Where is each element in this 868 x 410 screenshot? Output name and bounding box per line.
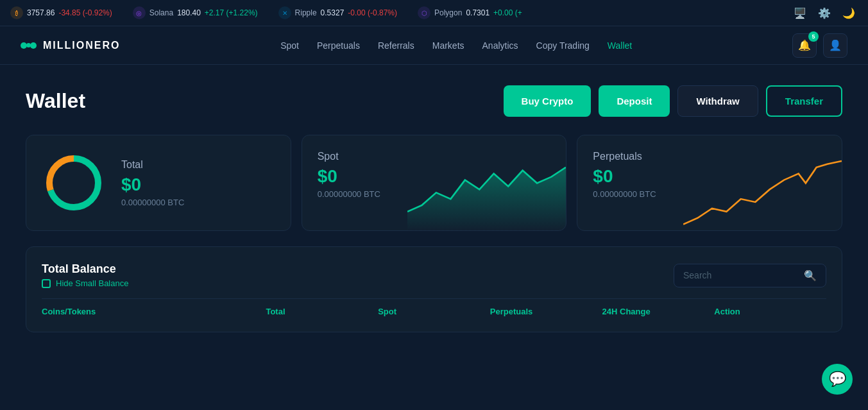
total-balance-section: Total Balance Hide Small Balance 🔍 Coins… bbox=[26, 246, 842, 332]
nav-wallet[interactable]: Wallet bbox=[608, 40, 632, 51]
polygon-icon: ⬡ bbox=[418, 6, 430, 19]
table-header: Coins/Tokens Total Spot Perpetuals 24H C… bbox=[42, 298, 826, 316]
monitor-icon[interactable]: 🖥️ bbox=[791, 4, 809, 22]
solana-icon: ◎ bbox=[133, 6, 146, 19]
nav-markets[interactable]: Markets bbox=[432, 40, 464, 51]
notification-badge: 5 bbox=[808, 31, 819, 42]
total-card: Total $0 0.00000000 BTC bbox=[26, 135, 291, 231]
polygon-name: Polygon bbox=[434, 8, 462, 17]
solana-price: 180.40 bbox=[177, 8, 201, 17]
hide-balance-label[interactable]: Hide Small Balance bbox=[56, 278, 128, 288]
th-coins: Coins/Tokens bbox=[42, 307, 266, 316]
total-label: Total bbox=[121, 159, 184, 171]
page-title: Wallet bbox=[26, 89, 85, 113]
ticker-bar: ₿ 3757.86 -34.85 (-0.92%) ◎ Solana 180.4… bbox=[0, 0, 868, 26]
main-nav: Spot Perpetuals Referrals Markets Analyt… bbox=[280, 40, 632, 51]
total-value: $0 bbox=[121, 175, 184, 195]
balance-header-left: Total Balance Hide Small Balance bbox=[42, 262, 128, 288]
donut-chart bbox=[42, 151, 106, 215]
th-perpetuals: Perpetuals bbox=[490, 307, 602, 316]
wallet-action-buttons: Buy Crypto Deposit Withdraw Transfer bbox=[504, 85, 842, 117]
th-24h-change: 24H Change bbox=[602, 307, 715, 316]
theme-icon[interactable]: 🌙 bbox=[840, 4, 858, 22]
withdraw-button[interactable]: Withdraw bbox=[677, 85, 758, 117]
balance-title: Total Balance bbox=[42, 262, 128, 276]
search-icon: 🔍 bbox=[804, 269, 817, 282]
user-profile-button[interactable]: 👤 bbox=[823, 33, 847, 58]
th-total: Total bbox=[266, 307, 378, 316]
nav-spot[interactable]: Spot bbox=[280, 40, 299, 51]
ticker-item-solana: ◎ Solana 180.40 +2.17 (+1.22%) bbox=[133, 6, 258, 19]
search-input[interactable] bbox=[683, 270, 799, 280]
perpetuals-label: Perpetuals bbox=[593, 151, 826, 162]
ripple-change: -0.00 (-0.87%) bbox=[348, 8, 397, 17]
th-spot: Spot bbox=[378, 307, 490, 316]
search-box[interactable]: 🔍 bbox=[674, 264, 826, 287]
logo[interactable]: MILLIONERO bbox=[21, 40, 120, 51]
spot-card: Spot $0 0.00000000 BTC bbox=[302, 135, 567, 231]
nav-perpetuals[interactable]: Perpetuals bbox=[317, 40, 360, 51]
balance-header: Total Balance Hide Small Balance 🔍 bbox=[42, 262, 826, 288]
spot-btc: 0.00000000 BTC bbox=[318, 189, 551, 199]
solana-name: Solana bbox=[149, 8, 173, 17]
btc-price: 3757.86 bbox=[27, 8, 55, 17]
ticker-item-polygon: ⬡ Polygon 0.7301 +0.00 (+ bbox=[418, 6, 522, 19]
ticker-item-btc: ₿ 3757.86 -34.85 (-0.92%) bbox=[10, 6, 112, 19]
logo-icon bbox=[21, 42, 37, 49]
ripple-name: Ripple bbox=[295, 8, 317, 17]
buy-crypto-button[interactable]: Buy Crypto bbox=[504, 85, 591, 117]
total-card-info: Total $0 0.00000000 BTC bbox=[121, 159, 184, 207]
solana-change: +2.17 (+1.22%) bbox=[205, 8, 258, 17]
wallet-cards: Total $0 0.00000000 BTC Spot $0 0.000000… bbox=[26, 135, 842, 231]
notifications-button[interactable]: 🔔 5 bbox=[792, 33, 817, 58]
spot-value: $0 bbox=[318, 166, 551, 187]
polygon-change: +0.00 (+ bbox=[493, 8, 522, 17]
deposit-button[interactable]: Deposit bbox=[599, 85, 670, 117]
main-content: Wallet Buy Crypto Deposit Withdraw Trans… bbox=[0, 65, 868, 353]
hide-balance-row: Hide Small Balance bbox=[42, 278, 128, 288]
nav-referrals[interactable]: Referrals bbox=[378, 40, 414, 51]
transfer-button[interactable]: Transfer bbox=[766, 85, 842, 117]
nav-copy-trading[interactable]: Copy Trading bbox=[536, 40, 590, 51]
perpetuals-value: $0 bbox=[593, 166, 826, 187]
polygon-price: 0.7301 bbox=[466, 8, 489, 17]
spot-label: Spot bbox=[318, 151, 551, 162]
ripple-price: 0.5327 bbox=[321, 8, 345, 17]
ripple-icon: ✕ bbox=[278, 6, 291, 19]
logo-circle-3 bbox=[30, 42, 37, 49]
th-action: Action bbox=[714, 307, 826, 316]
btc-change: -34.85 (-0.92%) bbox=[58, 8, 112, 17]
logo-text: MILLIONERO bbox=[43, 40, 120, 51]
main-header: MILLIONERO Spot Perpetuals Referrals Mar… bbox=[0, 26, 868, 65]
total-btc: 0.00000000 BTC bbox=[121, 198, 184, 207]
ticker-item-ripple: ✕ Ripple 0.5327 -0.00 (-0.87%) bbox=[278, 6, 397, 19]
wallet-header: Wallet Buy Crypto Deposit Withdraw Trans… bbox=[26, 85, 842, 117]
header-actions: 🔔 5 👤 bbox=[792, 33, 847, 58]
hide-balance-checkbox[interactable] bbox=[42, 279, 51, 288]
nav-analytics[interactable]: Analytics bbox=[482, 40, 518, 51]
btc-icon: ₿ bbox=[10, 6, 23, 19]
perpetuals-btc: 0.00000000 BTC bbox=[593, 189, 826, 199]
perpetuals-card: Perpetuals $0 0.00000000 BTC bbox=[577, 135, 842, 231]
settings-icon[interactable]: ⚙️ bbox=[815, 4, 833, 22]
